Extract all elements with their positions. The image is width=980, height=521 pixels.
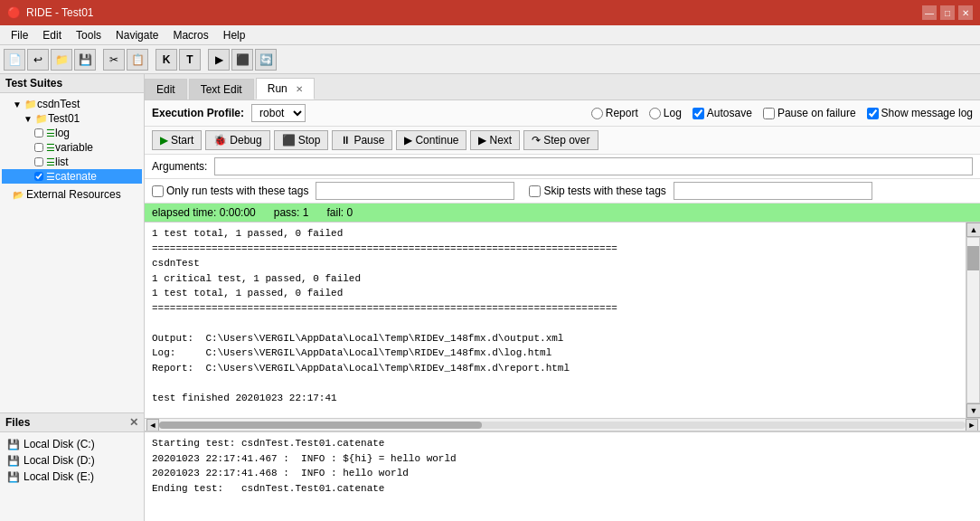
- next-icon: ▶: [478, 134, 486, 147]
- show-message-log-checkbox[interactable]: [867, 108, 879, 119]
- start-button[interactable]: ▶ Start: [152, 130, 202, 150]
- tree-label: log: [55, 127, 70, 139]
- show-message-log-check[interactable]: Show message log: [867, 107, 973, 119]
- toolbar-new[interactable]: 📄: [4, 49, 25, 71]
- tree-label: variable: [55, 141, 93, 154]
- titlebar-left: 🔴 RIDE - Test01: [7, 6, 93, 19]
- scroll-track-y[interactable]: [966, 237, 980, 403]
- run-panel: Execution Profile: robot pybot jybot Rep…: [145, 100, 980, 521]
- minimize-button[interactable]: —: [922, 5, 937, 20]
- tree-checkbox-log[interactable]: [34, 128, 43, 137]
- tab-run[interactable]: Run ✕: [256, 78, 315, 99]
- toolbar-t[interactable]: T: [179, 49, 201, 71]
- toolbar-refresh[interactable]: 🔄: [255, 49, 277, 71]
- h-scroll-track[interactable]: [159, 422, 966, 429]
- step-over-button[interactable]: ↷ Step over: [523, 130, 598, 150]
- close-button[interactable]: ✕: [958, 5, 973, 20]
- drive-label-c: Local Disk (C:): [24, 438, 95, 450]
- tree-checkbox-catenate[interactable]: [34, 172, 43, 181]
- toolbar-cut[interactable]: ✂: [103, 49, 125, 71]
- tab-edit[interactable]: Edit: [145, 79, 187, 99]
- tags-row: Only run tests with these tags Skip test…: [145, 179, 980, 204]
- menu-help[interactable]: Help: [216, 27, 253, 43]
- toolbar-stop[interactable]: ⬛: [231, 49, 253, 71]
- folder-icon: 📂: [13, 190, 24, 200]
- output-text[interactable]: 1 test total, 1 passed, 0 failed =======…: [145, 223, 966, 418]
- suite-icon: 📁: [35, 113, 48, 125]
- toolbar-save[interactable]: 💾: [74, 49, 96, 71]
- toolbar-undo[interactable]: ↩: [27, 49, 49, 71]
- skip-tags-input[interactable]: [674, 182, 872, 200]
- app-icon: 🔴: [7, 6, 21, 19]
- tree-item-test01[interactable]: ▼ 📁 Test01: [2, 111, 142, 126]
- tree-item-variable[interactable]: ☰ variable: [2, 140, 142, 155]
- log-check[interactable]: Log: [649, 107, 682, 119]
- drive-label-e: Local Disk (E:): [24, 470, 94, 483]
- maximize-button[interactable]: □: [940, 5, 955, 20]
- menu-tools[interactable]: Tools: [69, 27, 108, 43]
- files-close-btn[interactable]: ✕: [129, 416, 138, 429]
- arguments-input[interactable]: [214, 157, 973, 175]
- status-bar: elapsed time: 0:00:00 pass: 1 fail: 0: [145, 204, 980, 223]
- right-panel: Edit Text Edit Run ✕ Execution Profile: …: [145, 74, 980, 521]
- continue-label: Continue: [415, 134, 458, 147]
- toolbar-k[interactable]: K: [155, 49, 177, 71]
- toolbar-run[interactable]: ▶: [208, 49, 230, 71]
- scroll-down-arrow[interactable]: ▼: [966, 403, 980, 418]
- continue-icon: ▶: [404, 134, 412, 147]
- report-label: Report: [606, 107, 638, 119]
- skip-tags-checkbox[interactable]: [529, 185, 541, 197]
- scroll-up-arrow[interactable]: ▲: [966, 223, 980, 237]
- only-run-tags-checkbox[interactable]: [152, 185, 164, 197]
- scroll-left-arrow[interactable]: ◄: [146, 419, 159, 431]
- report-radio[interactable]: [591, 108, 603, 119]
- menu-macros[interactable]: Macros: [165, 27, 215, 43]
- pause-button[interactable]: ⏸ Pause: [332, 130, 392, 150]
- tab-run-close[interactable]: ✕: [296, 84, 303, 94]
- stop-button[interactable]: ⬛ Stop: [274, 130, 329, 150]
- skip-tags-label[interactable]: Skip tests with these tags: [529, 185, 665, 197]
- menu-navigate[interactable]: Navigate: [108, 27, 165, 43]
- pause-failure-label: Pause on failure: [777, 107, 856, 119]
- tree-item-csdntest[interactable]: ▼ 📁 csdnTest: [2, 97, 142, 111]
- tab-text-edit[interactable]: Text Edit: [189, 79, 254, 99]
- files-list: 💾 Local Disk (C:) 💾 Local Disk (D:) 💾 Lo…: [0, 432, 144, 488]
- pause-failure-checkbox[interactable]: [763, 108, 775, 119]
- test-icon: ☰: [46, 171, 55, 183]
- file-local-c[interactable]: 💾 Local Disk (C:): [5, 436, 138, 452]
- tree-item-external[interactable]: 📂 External Resources: [2, 187, 142, 202]
- drive-icon-d: 💾: [7, 455, 20, 467]
- menu-edit[interactable]: Edit: [35, 27, 69, 43]
- tree-item-catenate[interactable]: ☰ catenate: [2, 169, 142, 184]
- tree-checkbox-variable[interactable]: [34, 143, 43, 152]
- debug-button[interactable]: 🐞 Debug: [205, 130, 269, 150]
- tree-item-list[interactable]: ☰ list: [2, 155, 142, 169]
- arguments-row: Arguments:: [145, 155, 980, 179]
- only-run-tags-input[interactable]: [316, 182, 514, 200]
- only-run-tags-label[interactable]: Only run tests with these tags: [152, 185, 308, 197]
- output-scrollbar-y[interactable]: ▲ ▼: [966, 223, 980, 418]
- tree-item-log[interactable]: ☰ log: [2, 126, 142, 140]
- autosave-checkbox[interactable]: [693, 108, 704, 119]
- run-controls: ▶ Start 🐞 Debug ⬛ Stop ⏸ Pause ▶ Cont: [145, 127, 980, 155]
- tree-checkbox-list[interactable]: [34, 157, 43, 166]
- next-button[interactable]: ▶ Next: [470, 130, 520, 150]
- tree-label: list: [55, 156, 69, 168]
- exec-profile-select[interactable]: robot pybot jybot: [251, 104, 306, 122]
- toolbar-paste[interactable]: 📋: [127, 49, 148, 71]
- report-check[interactable]: Report: [591, 107, 638, 119]
- log-radio[interactable]: [649, 108, 661, 119]
- menu-file[interactable]: File: [4, 27, 35, 43]
- scroll-right-arrow[interactable]: ►: [966, 419, 978, 431]
- only-run-tags-text: Only run tests with these tags: [166, 185, 308, 197]
- file-local-e[interactable]: 💾 Local Disk (E:): [5, 469, 138, 485]
- scrollbar-h[interactable]: ◄ ►: [145, 418, 980, 431]
- toolbar-open[interactable]: 📁: [51, 49, 72, 71]
- pause-failure-check[interactable]: Pause on failure: [763, 107, 856, 119]
- continue-button[interactable]: ▶ Continue: [396, 130, 466, 150]
- autosave-check[interactable]: Autosave: [693, 107, 752, 119]
- output-area: elapsed time: 0:00:00 pass: 1 fail: 0 1 …: [145, 204, 980, 521]
- log-area[interactable]: Starting test: csdnTest.Test01.catenate …: [145, 431, 980, 521]
- start-label: Start: [171, 134, 193, 147]
- file-local-d[interactable]: 💾 Local Disk (D:): [5, 452, 138, 469]
